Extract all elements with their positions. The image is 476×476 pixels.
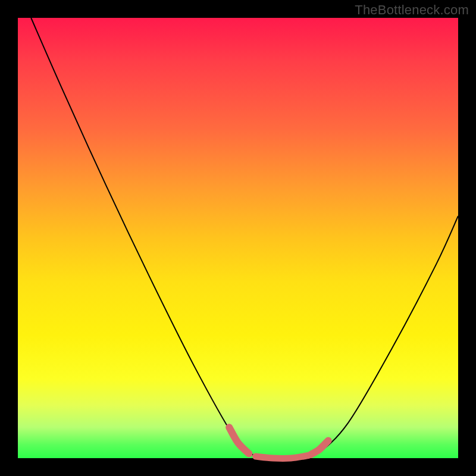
chart-svg xyxy=(18,18,458,458)
chart-plot-area xyxy=(18,18,458,458)
chart-frame: TheBottleneck.com xyxy=(0,0,476,476)
bottleneck-curve-line xyxy=(31,18,458,459)
highlight-marker-bottom xyxy=(256,456,309,459)
highlight-marker-right xyxy=(311,440,328,455)
watermark-text: TheBottleneck.com xyxy=(355,2,469,18)
highlight-marker-left xyxy=(229,427,249,453)
